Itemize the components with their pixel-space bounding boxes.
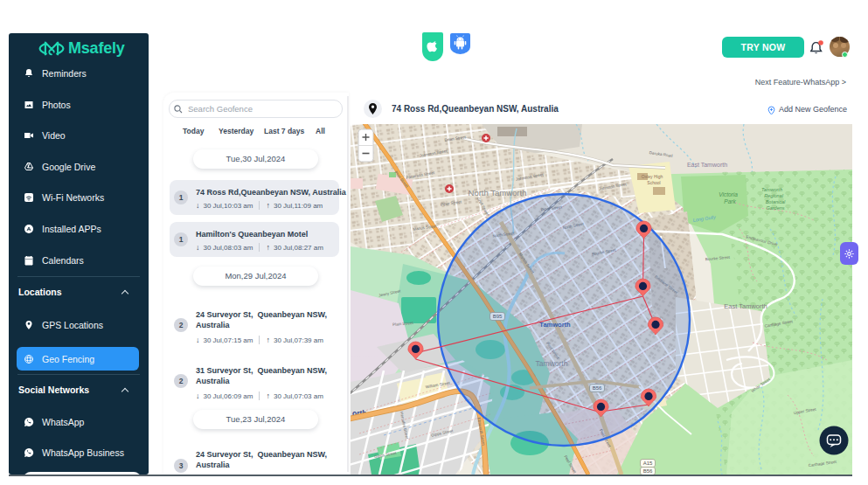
- svg-text:Tamworth: Tamworth: [761, 187, 782, 192]
- svg-text:East Tamworth: East Tamworth: [724, 302, 767, 310]
- svg-text:Victoria: Victoria: [719, 191, 738, 197]
- svg-text:East Tamworth: East Tamworth: [687, 162, 727, 168]
- svg-text:Gardens: Gardens: [766, 205, 784, 211]
- svg-text:School: School: [647, 180, 660, 185]
- svg-text:Botanical: Botanical: [766, 199, 786, 204]
- svg-text:B56: B56: [643, 468, 653, 474]
- svg-text:A15: A15: [643, 461, 653, 466]
- svg-text:Park: Park: [724, 198, 736, 204]
- svg-text:North Tamworth: North Tamworth: [469, 188, 527, 197]
- svg-text:Oxley High: Oxley High: [642, 174, 663, 179]
- svg-text:Regional: Regional: [764, 193, 783, 198]
